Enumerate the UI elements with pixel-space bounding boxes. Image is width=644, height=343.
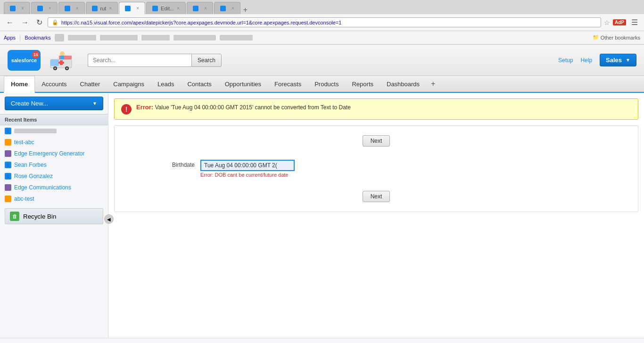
svg-point-6 (66, 67, 68, 69)
sidebar-collapse-button[interactable]: ◀ (104, 214, 114, 224)
tab-close-2[interactable]: × (49, 6, 51, 11)
help-link[interactable]: Help (580, 57, 592, 64)
search-input[interactable] (88, 54, 191, 67)
tab-close-rut[interactable]: × (109, 6, 112, 11)
nav-contacts[interactable]: Contacts (181, 76, 218, 93)
forward-button[interactable]: → (19, 17, 31, 28)
apps-bookmark[interactable]: Apps (4, 35, 16, 41)
next-button-top[interactable]: Next (363, 135, 390, 147)
nav-opportunities[interactable]: Opportunities (218, 76, 268, 93)
url-text: https://c.na15.visual.force.com/apex/dat… (61, 20, 597, 25)
browser-tab-7[interactable]: × (187, 2, 213, 14)
header-mascot (48, 50, 76, 71)
bookmark-label-5 (220, 35, 253, 41)
browser-tab-3[interactable]: × (58, 2, 85, 14)
tab-close-8[interactable]: × (231, 6, 234, 11)
tab-label-rut: rut (100, 6, 107, 11)
svg-point-9 (60, 51, 65, 56)
recycle-bin-button[interactable]: 🗑 Recycle Bin (5, 208, 103, 224)
dropdown-arrow-icon: ▼ (626, 57, 630, 63)
nav-plus-button[interactable]: + (426, 76, 440, 92)
menu-button[interactable]: ☰ (629, 17, 640, 28)
nav-forecasts[interactable]: Forecasts (268, 76, 308, 93)
reload-button[interactable]: ↻ (34, 17, 45, 28)
nav-home[interactable]: Home (4, 76, 35, 93)
search-button[interactable]: Search (191, 54, 222, 67)
recent-item-icon-5 (5, 184, 11, 191)
recent-items-title: Recent Items (0, 114, 108, 125)
svg-rect-8 (58, 62, 64, 64)
salesforce-logo[interactable]: salesforce 15 (8, 50, 41, 71)
bookmarks-bookmark[interactable]: Bookmarks (25, 35, 50, 41)
recent-item-icon-4: 👤 (5, 173, 11, 180)
recent-item-link-2[interactable]: Edge Emergency Generator (14, 150, 84, 157)
tab-label-edit: Edit... (161, 6, 174, 11)
recent-item-3[interactable]: 👤 Sean Forbes (0, 159, 108, 171)
recent-item-link-4[interactable]: Rose Gonzalez (14, 173, 53, 180)
browser-tab-edit[interactable]: Edit... × (146, 2, 186, 14)
tab-close-3[interactable]: × (76, 6, 79, 11)
header-right: Setup Help Sales ▼ (558, 54, 636, 66)
sales-dropdown-button[interactable]: Sales ▼ (600, 54, 636, 66)
recent-item-link-6[interactable]: abc-test (14, 196, 34, 202)
tab-close-7[interactable]: × (204, 6, 207, 11)
recent-item-4[interactable]: 👤 Rose Gonzalez (0, 171, 108, 182)
birthdate-label: Birthdate (138, 160, 195, 168)
other-bookmarks-label: Other bookmarks (601, 35, 640, 41)
birthdate-form-row: Birthdate Error: DOB cant be current/fut… (124, 156, 628, 181)
recent-item-link-5[interactable]: Edge Communications (14, 184, 71, 191)
sf-main: Create New... ▼ ◀ Recent Items 👤 test-ab… (0, 93, 644, 338)
tab-favicon-7 (193, 6, 198, 11)
other-bookmarks: 📁 Other bookmarks (593, 34, 640, 41)
adp-badge: AdP (613, 19, 626, 25)
tab-favicon-active (125, 6, 131, 11)
nav-dashboards[interactable]: Dashboards (380, 76, 426, 93)
browser-tab-1[interactable]: × (4, 2, 30, 14)
tab-favicon-rut (92, 6, 98, 11)
svg-rect-10 (60, 56, 64, 59)
tab-favicon-edit (152, 6, 158, 11)
recent-item-5[interactable]: Edge Communications (0, 182, 108, 193)
tab-close-1[interactable]: × (21, 6, 24, 11)
nav-accounts[interactable]: Accounts (35, 76, 73, 93)
recent-item-link-3[interactable]: Sean Forbes (14, 162, 47, 168)
recent-items-section: Recent Items 👤 test-abc Edge Emergency G… (0, 114, 108, 204)
sf-footer: Copyright © 2000-2015 salesforce.com, in… (0, 338, 644, 343)
tab-close-edit[interactable]: × (177, 6, 180, 11)
svg-rect-1 (50, 59, 59, 66)
recent-item-label-0 (14, 129, 57, 133)
create-new-button[interactable]: Create New... ▼ (5, 97, 103, 110)
recent-item-0[interactable]: 👤 (0, 125, 108, 137)
back-button[interactable]: ← (4, 17, 16, 28)
browser-tab-active[interactable]: × (119, 2, 145, 14)
sales-label: Sales (606, 57, 622, 64)
recycle-bin-icon: 🗑 (10, 212, 19, 221)
new-tab-button[interactable]: + (241, 6, 249, 14)
address-bar[interactable]: 🔒 https://c.na15.visual.force.com/apex/d… (48, 17, 601, 27)
nav-reports[interactable]: Reports (345, 76, 380, 93)
nav-leads[interactable]: Leads (151, 76, 181, 93)
bookmark-label-4 (173, 35, 216, 41)
nav-products[interactable]: Products (308, 76, 345, 93)
sf-sidebar: Create New... ▼ ◀ Recent Items 👤 test-ab… (0, 93, 108, 338)
bookmark-star[interactable]: ☆ (604, 19, 610, 26)
create-new-label: Create New... (11, 100, 48, 107)
recent-item-1[interactable]: test-abc (0, 137, 108, 148)
browser-tab-2[interactable]: × (31, 2, 58, 14)
bookmark-label-1 (68, 35, 96, 41)
browser-tab-8[interactable]: × (214, 2, 240, 14)
browser-tab-rut[interactable]: rut × (86, 2, 118, 14)
recent-item-icon-3: 👤 (5, 162, 11, 168)
recent-item-2[interactable]: Edge Emergency Generator (0, 148, 108, 159)
folder-icon: 📁 (593, 34, 599, 41)
tab-close-active[interactable]: × (136, 6, 139, 11)
recent-item-link-1[interactable]: test-abc (14, 139, 34, 146)
nav-chatter[interactable]: Chatter (74, 76, 107, 93)
birthdate-input[interactable] (200, 160, 295, 171)
nav-campaigns[interactable]: Campaigns (107, 76, 151, 93)
recent-item-6[interactable]: abc-test (0, 193, 108, 204)
form-section: Next Birthdate Error: DOB cant be curren… (114, 125, 638, 212)
setup-link[interactable]: Setup (558, 57, 573, 64)
next-button-bottom[interactable]: Next (363, 191, 390, 202)
recent-item-icon-2 (5, 150, 11, 157)
